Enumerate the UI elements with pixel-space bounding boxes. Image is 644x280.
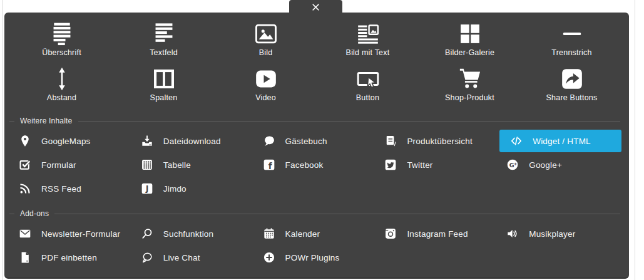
pdf-icon (18, 251, 32, 264)
code-icon (509, 135, 523, 147)
chat-filled-icon (262, 135, 276, 147)
element-share-buttons[interactable]: Share Buttons (521, 63, 623, 108)
element-kalender[interactable]: Kalender (256, 222, 378, 246)
element-facebook[interactable]: Facebook (256, 153, 378, 177)
element-label: Bild mit Text (346, 48, 390, 57)
envelope-icon (18, 227, 32, 240)
section-title: Weitere Inhalte (14, 117, 78, 125)
element-powr-plugins[interactable]: POWr Plugins (256, 246, 378, 269)
element-label: Abstand (47, 93, 76, 102)
form-check-icon (18, 158, 32, 171)
element-trennstrich[interactable]: Trennstrich (521, 18, 623, 63)
element-googleplus[interactable]: Google+ (499, 153, 621, 177)
textfield-icon (152, 21, 176, 46)
element-jimdo[interactable]: Jimdo (134, 177, 256, 200)
element-live-chat[interactable]: Live Chat (134, 246, 256, 269)
element-button[interactable]: Button (317, 63, 419, 108)
element-label: Spalten (150, 93, 178, 102)
share-icon (560, 66, 584, 91)
element-tabelle[interactable]: Tabelle (134, 153, 256, 177)
element-suchfunktion[interactable]: Suchfunktion (134, 222, 256, 246)
element-label: Newsletter-Formular (41, 229, 120, 239)
element-googlemaps[interactable]: GoogleMaps (12, 129, 134, 153)
cart-icon (458, 66, 482, 91)
video-icon (254, 66, 278, 91)
element-produktuebersicht[interactable]: Produktübersicht (377, 129, 499, 153)
element-video[interactable]: Video (215, 63, 317, 108)
element-label: Kalender (285, 229, 320, 239)
element-label: RSS Feed (41, 184, 81, 194)
element-label: Überschrift (42, 48, 81, 57)
page-edge-line-left (3, 0, 3, 280)
element-ueberschrift[interactable]: Überschrift (11, 18, 113, 63)
element-newsletter-formular[interactable]: Newsletter-Formular (12, 222, 134, 246)
element-abstand[interactable]: Abstand (11, 63, 113, 108)
element-label: Jimdo (163, 184, 187, 194)
columns-icon (152, 66, 176, 91)
element-label: Produktübersicht (407, 137, 473, 146)
image-icon (254, 21, 278, 46)
element-rss-feed[interactable]: RSS Feed (12, 177, 134, 200)
element-twitter[interactable]: Twitter (377, 153, 499, 177)
section-grid-add-ons: Newsletter-FormularSuchfunktionKalenderI… (4, 220, 629, 269)
element-label: Trennstrich (551, 48, 591, 57)
element-label: Instagram Feed (407, 229, 468, 239)
element-label: GoogleMaps (41, 137, 91, 146)
element-label: Formular (41, 160, 76, 170)
table-icon (140, 158, 154, 171)
googleplus-icon (506, 158, 519, 171)
divider-icon (560, 21, 584, 46)
close-icon (311, 3, 320, 12)
element-textfeld[interactable]: Textfeld (113, 18, 215, 63)
element-label: PDF einbetten (41, 253, 97, 262)
element-label: Bild (259, 48, 273, 57)
page-edge-line-right (635, 0, 635, 280)
element-gaestebuch[interactable]: Gästebuch (256, 129, 378, 153)
plus-circle-icon (262, 251, 276, 264)
element-shop-produkt[interactable]: Shop-Produkt (419, 63, 521, 108)
element-spalten[interactable]: Spalten (113, 63, 215, 108)
jimdo-icon (140, 182, 154, 195)
close-button[interactable] (289, 0, 342, 14)
facebook-icon (262, 158, 276, 171)
map-pin-icon (18, 135, 32, 147)
primary-elements-grid: ÜberschriftTextfeldBildBild mit TextBild… (4, 13, 629, 108)
element-label: Musikplayer (529, 229, 575, 239)
element-dateidownload[interactable]: Dateidownload (134, 129, 256, 153)
rss-icon (18, 182, 32, 195)
element-label: Shop-Produkt (445, 93, 494, 102)
download-icon (140, 135, 154, 147)
element-label: Twitter (407, 160, 432, 170)
chat-outline-icon (140, 251, 154, 264)
heading-icon (50, 21, 74, 46)
element-musikplayer[interactable]: Musikplayer (499, 222, 621, 246)
section-header-add-ons: Add-ons (9, 207, 620, 220)
element-widget-html[interactable]: Widget / HTML (499, 130, 621, 152)
element-label: Video (255, 93, 276, 102)
element-instagram-feed[interactable]: Instagram Feed (377, 222, 499, 246)
element-label: Suchfunktion (163, 229, 213, 239)
instagram-icon (384, 227, 397, 240)
element-label: Bilder-Galerie (445, 48, 494, 57)
twitter-icon (384, 158, 397, 171)
element-label: Widget / HTML (533, 137, 591, 146)
image-text-icon (356, 21, 380, 46)
element-label: POWr Plugins (285, 253, 340, 262)
speaker-icon (506, 227, 519, 240)
element-bilder-galerie[interactable]: Bilder-Galerie (419, 18, 521, 63)
element-label: Google+ (529, 160, 562, 170)
catalog-icon (384, 135, 397, 147)
sections-container: Weitere InhalteGoogleMapsDateidownloadGä… (4, 114, 629, 269)
element-bild-mit-text[interactable]: Bild mit Text (317, 18, 419, 63)
spacing-icon (50, 66, 74, 91)
element-formular[interactable]: Formular (12, 153, 134, 177)
button-icon (356, 66, 380, 91)
element-label: Live Chat (163, 253, 200, 262)
section-header-weitere-inhalte: Weitere Inhalte (9, 114, 620, 128)
element-label: Facebook (285, 160, 324, 170)
element-label: Gästebuch (285, 137, 327, 146)
element-pdf-einbetten[interactable]: PDF einbetten (12, 246, 134, 269)
add-element-panel: ÜberschriftTextfeldBildBild mit TextBild… (4, 13, 629, 279)
element-bild[interactable]: Bild (215, 18, 317, 63)
section-grid-weitere-inhalte: GoogleMapsDateidownloadGästebuchProduktü… (4, 128, 629, 200)
